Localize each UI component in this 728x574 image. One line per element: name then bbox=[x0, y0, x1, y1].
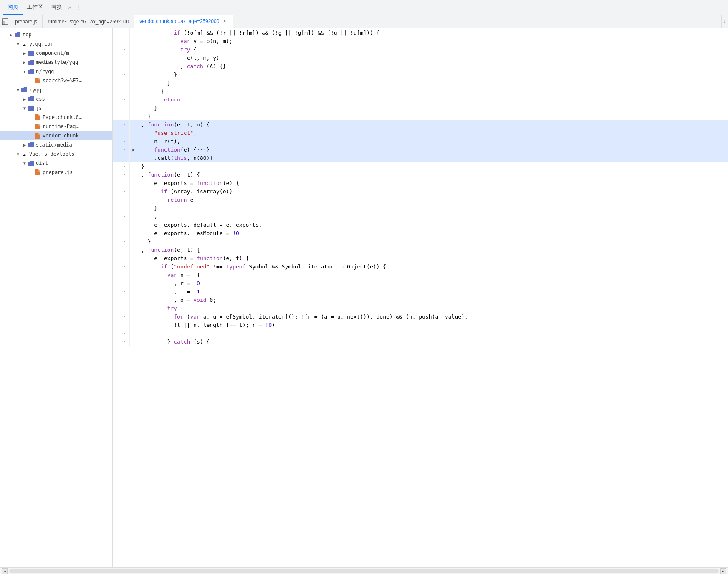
tab-label: runtime~Page.e6...ax_age=2592000 bbox=[48, 19, 129, 25]
line-fold-arrow bbox=[129, 137, 138, 145]
scroll-track[interactable] bbox=[9, 569, 719, 573]
code-line: - if ("undefined" !== typeof Symbol && S… bbox=[113, 262, 728, 271]
tree-label-runtime-pag: runtime~Pag… bbox=[43, 124, 79, 129]
line-code-content: var y = p(n, m); bbox=[138, 37, 728, 45]
line-fold-arrow bbox=[129, 321, 138, 329]
line-fold-arrow bbox=[129, 28, 138, 37]
scroll-right-btn[interactable]: ► bbox=[720, 568, 726, 574]
tree-arrow-yqq: ▼ bbox=[15, 42, 21, 46]
line-fold-arrow bbox=[129, 87, 138, 95]
code-line: -, function(e, t, n) { bbox=[113, 120, 728, 129]
line-code-content: n. r(t), bbox=[138, 137, 728, 145]
line-gutter: - bbox=[113, 304, 129, 312]
line-code-content: } bbox=[138, 70, 728, 78]
code-line: -} bbox=[113, 162, 728, 170]
tree-item-prepare-js[interactable]: prepare.js bbox=[0, 168, 112, 177]
tab-runtime-page[interactable]: runtime~Page.e6...ax_age=2592000 bbox=[43, 15, 134, 28]
line-gutter: - bbox=[113, 187, 129, 195]
code-line: -, function(e, t) { bbox=[113, 245, 728, 254]
tree-item-runtime-pag[interactable]: runtime~Pag… bbox=[0, 122, 112, 131]
code-line: - .call(this, n(80)) bbox=[113, 154, 728, 162]
tree-item-dist[interactable]: ▼ dist bbox=[0, 159, 112, 168]
folder-icon bbox=[21, 87, 28, 92]
line-code-content: } bbox=[138, 237, 728, 245]
line-gutter: - bbox=[113, 195, 129, 204]
line-code-content: } catch (A) {} bbox=[138, 62, 728, 70]
tree-item-page-chunk[interactable]: Page.chunk.0… bbox=[0, 113, 112, 122]
folder-icon bbox=[14, 32, 21, 37]
line-code-content: !t || n. length !== t); r = !0) bbox=[138, 321, 728, 329]
line-gutter: - bbox=[113, 245, 129, 254]
nav-workspace[interactable]: 工作区 bbox=[23, 0, 47, 15]
nav-separator: » bbox=[66, 4, 73, 10]
top-nav-bar: 网页 工作区 替换 » ⋮ bbox=[0, 0, 728, 15]
bottom-scrollbar: ◄ ► bbox=[0, 567, 728, 574]
line-fold-arrow bbox=[129, 70, 138, 78]
code-line: - e. exports = function(e, t) { bbox=[113, 254, 728, 262]
line-gutter: - bbox=[113, 229, 129, 237]
tree-label-search: search?w=%E7… bbox=[43, 78, 82, 83]
line-fold-arrow bbox=[129, 129, 138, 137]
line-gutter: - bbox=[113, 87, 129, 95]
folder-icon bbox=[28, 69, 34, 74]
line-code-content: , function(e, t) { bbox=[138, 245, 728, 254]
code-line: - , o = void 0; bbox=[113, 296, 728, 304]
line-fold-arrow bbox=[129, 154, 138, 162]
tree-item-search[interactable]: search?w=%E7… bbox=[0, 76, 112, 85]
tab-prepare-js[interactable]: prepare.js bbox=[10, 15, 43, 28]
tree-arrow-component: ▶ bbox=[22, 51, 28, 56]
code-line: - e. exports. default = e. exports, bbox=[113, 220, 728, 229]
tree-item-ryqq[interactable]: ▼ ryqq bbox=[0, 85, 112, 94]
code-line: - } bbox=[113, 237, 728, 245]
tree-item-vendor-chunk[interactable]: vendor.chunk… bbox=[0, 131, 112, 140]
tab-overflow-icon[interactable]: › bbox=[721, 15, 728, 28]
code-line: - var y = p(n, m); bbox=[113, 37, 728, 45]
code-line: - try { bbox=[113, 45, 728, 53]
line-gutter: - bbox=[113, 53, 129, 62]
nav-replace[interactable]: 替换 bbox=[47, 0, 66, 15]
tree-item-nryqq[interactable]: ▼ n/ryqq bbox=[0, 67, 112, 76]
tree-arrow-nryqq: ▼ bbox=[22, 69, 28, 74]
line-code-content: if (!o[m] && (!r || !r[m]) && (!g || !g[… bbox=[138, 28, 728, 37]
line-fold-arrow bbox=[129, 304, 138, 312]
nav-more[interactable]: ⋮ bbox=[73, 4, 83, 10]
line-fold-arrow bbox=[129, 195, 138, 204]
code-line: - ; bbox=[113, 329, 728, 337]
line-code-content: } bbox=[138, 104, 728, 112]
tab-vendor-chunk[interactable]: vendor.chunk.ab...ax_age=2592000 ✕ bbox=[134, 15, 233, 28]
line-fold-arrow[interactable]: ▶ bbox=[129, 145, 138, 154]
line-gutter: - bbox=[113, 220, 129, 229]
tree-item-static-media[interactable]: ▶ static/media bbox=[0, 140, 112, 149]
cloud-icon: ☁ bbox=[21, 151, 28, 157]
tree-item-vuejs[interactable]: ▼ ☁ Vue.js devtools bbox=[0, 149, 112, 159]
tree-label-static-media: static/media bbox=[36, 142, 72, 148]
tree-item-top[interactable]: ▶ top bbox=[0, 30, 112, 39]
line-code-content: .call(this, n(80)) bbox=[138, 154, 728, 162]
folder-icon bbox=[28, 142, 34, 147]
folder-icon bbox=[28, 161, 34, 166]
scroll-left-btn[interactable]: ◄ bbox=[2, 568, 8, 574]
nav-webpage[interactable]: 网页 bbox=[3, 0, 23, 15]
line-fold-arrow bbox=[129, 120, 138, 129]
code-line: - } bbox=[113, 112, 728, 120]
code-line: - } bbox=[113, 204, 728, 212]
code-line: - , bbox=[113, 212, 728, 220]
line-gutter: - bbox=[113, 37, 129, 45]
tree-item-mediastyle[interactable]: ▶ mediastyle/yqq bbox=[0, 58, 112, 67]
line-fold-arrow bbox=[129, 229, 138, 237]
code-line: -, function(e, t) { bbox=[113, 170, 728, 179]
line-fold-arrow bbox=[129, 162, 138, 170]
tree-arrow-js: ▼ bbox=[22, 106, 28, 111]
code-line: - for (var a, u = e[Symbol. iterator]();… bbox=[113, 312, 728, 321]
tab-close-icon[interactable]: ✕ bbox=[222, 18, 228, 24]
code-editor[interactable]: - if (!o[m] && (!r || !r[m]) && (!g || !… bbox=[113, 28, 728, 567]
tree-item-component[interactable]: ▶ component/m bbox=[0, 48, 112, 58]
tab-bar: prepare.js runtime~Page.e6...ax_age=2592… bbox=[0, 15, 728, 28]
line-code-content: ; bbox=[138, 329, 728, 337]
tree-item-yqq[interactable]: ▼ ☁ y.qq.com bbox=[0, 39, 112, 48]
tree-item-css[interactable]: ▶ css bbox=[0, 94, 112, 104]
devtools-toggle-icon[interactable] bbox=[0, 15, 10, 28]
tree-item-js[interactable]: ▼ js bbox=[0, 104, 112, 113]
line-code-content: "use strict"; bbox=[138, 129, 728, 137]
line-gutter: - bbox=[113, 287, 129, 296]
